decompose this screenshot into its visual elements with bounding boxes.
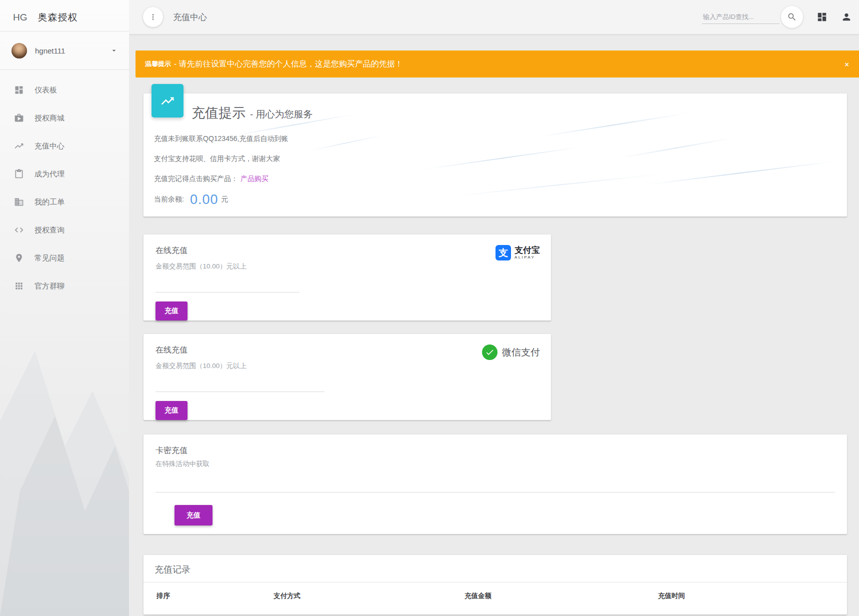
column-header-amount: 充值金额	[464, 592, 658, 600]
trending-up-icon	[160, 94, 175, 108]
alipay-brand-cn: 支付宝	[514, 246, 540, 255]
sidebar: HG 奥森授权 hgnet111 仪表板 授权商城 充值中心	[0, 0, 129, 616]
alipay-brand-en: ALIPAY	[514, 255, 540, 260]
wechat-amount-input[interactable]	[156, 381, 324, 392]
balance-line: 当前余额: 0.00 元	[154, 188, 288, 210]
records-title: 充值记录	[144, 555, 847, 582]
topbar: 充值中心	[129, 0, 859, 34]
cardkey-input[interactable]	[156, 482, 835, 492]
cardkey-hint: 在特殊活动中获取	[156, 460, 835, 468]
wechat-recharge-button[interactable]: 充值	[156, 401, 188, 420]
brand-name: 奥森授权	[38, 11, 78, 24]
chevron-down-icon	[110, 46, 118, 54]
sidebar-item-label: 仪表板	[34, 86, 57, 95]
brand-logo: HG	[13, 12, 28, 23]
dashboard-icon	[14, 85, 24, 95]
alipay-icon: 支	[496, 245, 511, 260]
wechat-icon	[482, 344, 498, 360]
trending-up-badge	[152, 84, 184, 118]
code-icon	[14, 225, 24, 235]
card-title: 卡密充值	[156, 446, 835, 456]
alert-banner: 温馨提示 - 请先前往设置中心完善您的个人信息，这是您购买产品的凭据！ ×	[136, 50, 859, 78]
main-content: 温馨提示 - 请先前往设置中心完善您的个人信息，这是您购买产品的凭据！ × 充值…	[129, 34, 859, 616]
wechat-brand-cn: 微信支付	[502, 346, 540, 359]
column-header-sort: 排序	[156, 592, 274, 600]
banner-message: - 请先前往设置中心完善您的个人信息，这是您购买产品的凭据！	[174, 59, 403, 70]
notice-line-2: 支付宝支持花呗、信用卡方式，谢谢大家	[154, 148, 288, 168]
balance-value: 0.00	[190, 192, 218, 208]
wechat-pay-logo: 微信支付	[482, 344, 540, 360]
search-button[interactable]	[781, 6, 803, 28]
product-buy-link[interactable]: 产品购买	[240, 174, 268, 182]
sidebar-item-label: 授权商城	[34, 114, 64, 123]
sidebar-item-shop[interactable]: 授权商城	[0, 104, 129, 132]
balance-label: 当前余额:	[154, 195, 184, 204]
sidebar-item-official-group[interactable]: 官方群聊	[0, 272, 129, 300]
notice-title-main: 充值提示	[192, 104, 246, 122]
alipay-recharge-button[interactable]: 充值	[156, 302, 188, 320]
sidebar-item-label: 授权查询	[34, 226, 64, 235]
user-menu[interactable]: hgnet111	[0, 32, 129, 70]
avatar	[12, 43, 27, 58]
column-header-payment-method: 支付方式	[274, 592, 464, 600]
sidebar-nav: 仪表板 授权商城 充值中心 成为代理 我的工单 授权查询	[0, 70, 129, 300]
apps-icon	[14, 281, 24, 291]
records-table-header: 排序 支付方式 充值金额 充值时间	[144, 582, 847, 600]
search-icon	[787, 12, 797, 22]
sidebar-item-recharge-center[interactable]: 充值中心	[0, 132, 129, 160]
banner-prefix: 温馨提示	[145, 60, 171, 68]
page-title: 充值中心	[173, 12, 207, 23]
app-root: HG 奥森授权 hgnet111 仪表板 授权商城 充值中心	[0, 0, 859, 616]
sidebar-item-label: 我的工单	[34, 198, 64, 207]
sidebar-item-label: 官方群聊	[34, 282, 64, 291]
notice-title: 充值提示 - 用心为您服务	[192, 104, 313, 122]
user-account-icon[interactable]	[841, 12, 852, 22]
recharge-notice-card: 充值提示 - 用心为您服务 充值未到账联系QQ123456,充值后自动到账 支付…	[144, 94, 847, 216]
sidebar-item-label: 成为代理	[34, 170, 64, 179]
alipay-recharge-card: 在线充值 金额交易范围（10.00）元以上 充值 支 支付宝 ALIPAY	[144, 234, 551, 320]
card-title: 在线充值	[156, 246, 539, 256]
alipay-logo: 支 支付宝 ALIPAY	[496, 245, 540, 260]
sidebar-item-dashboard[interactable]: 仪表板	[0, 76, 129, 104]
sidebar-item-become-agent[interactable]: 成为代理	[0, 160, 129, 188]
cardkey-recharge-card: 卡密充值 在特殊活动中获取 充值	[144, 434, 847, 534]
topbar-actions	[702, 6, 859, 28]
business-icon	[14, 197, 24, 207]
sidebar-item-license-query[interactable]: 授权查询	[0, 216, 129, 244]
cardkey-recharge-button[interactable]: 充值	[174, 505, 212, 526]
close-icon[interactable]: ×	[844, 60, 849, 68]
column-header-time: 充值时间	[658, 592, 847, 600]
dashboard-grid-icon[interactable]	[816, 12, 828, 22]
notice-body: 充值未到账联系QQ123456,充值后自动到账 支付宝支持花呗、信用卡方式，谢谢…	[154, 128, 288, 210]
sidebar-item-label: 充值中心	[34, 142, 64, 151]
balance-unit: 元	[221, 195, 228, 204]
shop-icon	[14, 113, 24, 123]
notice-line-1: 充值未到账联系QQ123456,充值后自动到账	[154, 128, 288, 148]
notice-title-sub: - 用心为您服务	[250, 108, 313, 121]
check-icon	[485, 348, 494, 357]
more-options-button[interactable]	[143, 7, 163, 27]
brand: HG 奥森授权	[0, 0, 129, 24]
user-name: hgnet111	[35, 46, 65, 55]
amount-range-hint: 金额交易范围（10.00）元以上	[156, 262, 539, 271]
search-input[interactable]	[702, 10, 780, 24]
sidebar-item-label: 常见问题	[34, 254, 64, 263]
sidebar-item-my-tickets[interactable]: 我的工单	[0, 188, 129, 216]
sidebar-item-faq[interactable]: 常见问题	[0, 244, 129, 272]
trending-up-icon	[14, 141, 24, 151]
more-vert-icon	[148, 12, 158, 22]
notice-line-3: 充值完记得点击购买产品：产品购买	[154, 168, 288, 188]
clipboard-icon	[14, 169, 24, 179]
place-icon	[14, 253, 24, 263]
recharge-records-card: 充值记录 排序 支付方式 充值金额 充值时间	[144, 555, 847, 614]
purchase-label: 充值完记得点击购买产品：	[154, 174, 238, 182]
mountain-background	[0, 296, 129, 616]
alipay-amount-input[interactable]	[156, 282, 300, 292]
wechat-recharge-card: 在线充值 金额交易范围（10.00）元以上 充值 微信支付	[144, 334, 551, 420]
card-title: 在线充值	[156, 345, 539, 356]
amount-range-hint: 金额交易范围（10.00）元以上	[156, 362, 539, 370]
